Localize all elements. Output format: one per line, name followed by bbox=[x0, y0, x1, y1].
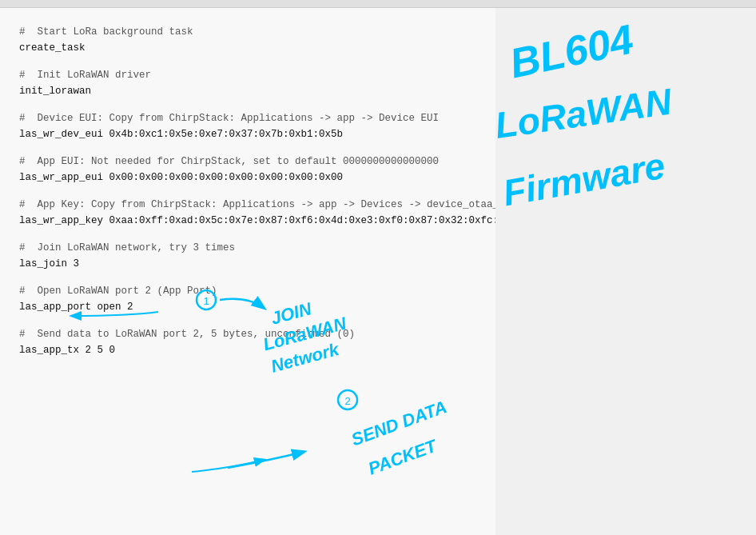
code-comment-line: # App EUI: Not needed for ChirpStack, se… bbox=[19, 154, 476, 170]
svg-text:LoRaWAN: LoRaWAN bbox=[492, 80, 674, 146]
code-command-line: create_task bbox=[19, 40, 476, 56]
code-command-line: las_app_port open 2 bbox=[19, 299, 476, 315]
top-bar bbox=[0, 0, 756, 8]
code-spacer bbox=[19, 315, 476, 326]
code-command-line: las_wr_app_eui 0x00:0x00:0x00:0x00:0x00:… bbox=[19, 170, 476, 186]
code-comment-line: # Device EUI: Copy from ChirpStack: Appl… bbox=[19, 110, 476, 126]
code-command-line: init_lorawan bbox=[19, 83, 476, 99]
code-command-line: las_wr_app_key 0xaa:0xff:0xad:0x5c:0x7e:… bbox=[19, 213, 476, 229]
code-comment-line: # Join LoRaWAN network, try 3 times bbox=[19, 240, 476, 256]
code-area: # Start LoRa background taskcreate_task#… bbox=[0, 8, 495, 535]
code-comment-line: # Start LoRa background task bbox=[19, 24, 476, 40]
code-spacer bbox=[19, 186, 476, 197]
code-comment-line: # App Key: Copy from ChirpStack: Applica… bbox=[19, 197, 476, 213]
code-spacer bbox=[19, 142, 476, 154]
code-spacer bbox=[19, 229, 476, 240]
code-comment-line: # Init LoRaWAN driver bbox=[19, 67, 476, 83]
code-comment-line: # Open LoRaWAN port 2 (App Port) bbox=[19, 283, 476, 299]
code-spacer bbox=[19, 56, 476, 67]
code-spacer bbox=[19, 272, 476, 283]
code-spacer bbox=[19, 99, 476, 110]
svg-text:Firmware: Firmware bbox=[500, 145, 668, 214]
svg-text:BL604: BL604 bbox=[506, 15, 638, 86]
code-command-line: las_app_tx 2 5 0 bbox=[19, 342, 476, 358]
code-command-line: las_join 3 bbox=[19, 256, 476, 272]
code-comment-line: # Send data to LoRaWAN port 2, 5 bytes, … bbox=[19, 326, 476, 342]
code-command-line: las_wr_dev_eui 0x4b:0xc1:0x5e:0xe7:0x37:… bbox=[19, 126, 476, 142]
